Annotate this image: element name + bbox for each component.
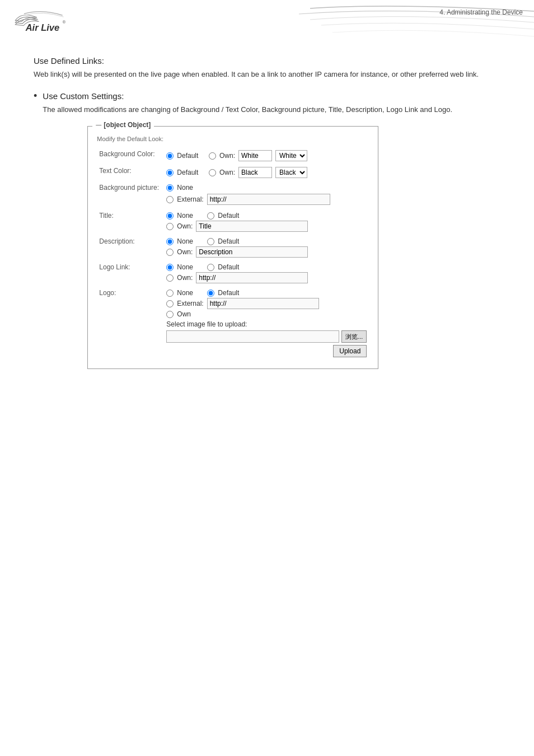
custom-settings-box: [object Object] Modify the Default Look:…	[87, 126, 378, 369]
bg-color-default-radio[interactable]	[166, 152, 174, 160]
bg-color-controls: Default Own: White Black Gray	[164, 148, 369, 165]
text-color-controls: Default Own: Black White Gray	[164, 165, 369, 181]
title-controls: None Default Own:	[164, 209, 369, 235]
bg-color-radio-row: Default Own: White Black Gray	[166, 150, 367, 161]
title-row: Title: None Default Ow	[97, 209, 369, 235]
logo-link-none-label: None	[177, 263, 193, 271]
logo-default-label: Default	[218, 289, 239, 297]
logo-row: Logo: None Default Ext	[97, 287, 369, 360]
desc-own-label: Own:	[177, 248, 193, 256]
text-color-dropdown[interactable]: Black White Gray	[275, 167, 307, 178]
svg-text:®: ®	[63, 20, 66, 25]
desc-none-label: None	[177, 237, 193, 245]
use-defined-links-title: Use Defined Links:	[34, 56, 500, 66]
logo-none-label: None	[177, 289, 193, 297]
bg-picture-external-radio[interactable]	[166, 196, 174, 203]
desc-none-radio[interactable]	[166, 238, 174, 245]
title-default-radio[interactable]	[207, 212, 214, 220]
logo-link-own-input[interactable]	[196, 272, 308, 283]
bg-picture-external-row: External:	[166, 193, 367, 206]
logo-own-radio[interactable]	[166, 311, 174, 318]
svg-text:Air Live: Air Live	[25, 22, 60, 32]
use-custom-settings-desc: The allowed modifications are changing o…	[43, 104, 500, 115]
file-path-input[interactable]	[166, 330, 339, 343]
desc-default-label: Default	[218, 237, 239, 245]
text-color-default-radio[interactable]	[166, 169, 174, 176]
bg-color-own-label: Own:	[219, 152, 235, 160]
text-color-own-radio[interactable]	[209, 169, 216, 176]
use-custom-settings-section: • Use Custom Settings: The allowed modif…	[34, 91, 500, 370]
logo-external-radio[interactable]	[166, 300, 174, 307]
breadcrumb: 4. Administrating the Device	[439, 8, 523, 16]
title-own-input[interactable]	[196, 221, 308, 232]
logo-own-row: Own	[166, 310, 367, 318]
logo-default-radio[interactable]	[207, 290, 214, 297]
upload-button[interactable]: Upload	[333, 345, 367, 357]
desc-own-radio[interactable]	[166, 249, 174, 256]
logo-external-label: External:	[177, 300, 203, 307]
header-decoration	[198, 0, 534, 45]
title-none-default-row: None Default	[166, 212, 367, 220]
text-color-own-input[interactable]	[238, 167, 272, 178]
browse-button[interactable]: 浏览...	[341, 330, 367, 343]
bg-color-own-radio[interactable]	[209, 152, 216, 160]
logo-link-label: Logo Link:	[97, 261, 164, 287]
bg-picture-none-row: None	[166, 184, 367, 192]
logo-link-row: Logo Link: None Default	[97, 261, 369, 287]
bg-color-dropdown[interactable]: White Black Gray	[275, 150, 307, 161]
bg-picture-external-input[interactable]	[207, 194, 330, 205]
title-none-radio[interactable]	[166, 212, 174, 220]
logo-external-input[interactable]	[207, 298, 319, 309]
bg-picture-none-label: None	[177, 184, 193, 192]
use-defined-links-desc: Web link(s) will be presented on the liv…	[34, 69, 500, 80]
logo-link-own-label: Own:	[177, 274, 193, 282]
logo: Air Live ®	[11, 6, 73, 38]
modify-label: Modify the Default Look:	[97, 136, 369, 142]
main-content: Use Defined Links: Web link(s) will be p…	[0, 45, 534, 397]
text-color-own-label: Own:	[219, 169, 235, 176]
desc-own-input[interactable]	[196, 246, 308, 258]
title-own-radio[interactable]	[166, 223, 174, 230]
logo-link-default-label: Default	[218, 263, 239, 271]
desc-none-default-row: None Default	[166, 237, 367, 245]
logo-controls: None Default External:	[164, 287, 369, 360]
bg-color-own-input[interactable]	[238, 150, 272, 161]
desc-default-radio[interactable]	[207, 238, 214, 245]
text-color-default-label: Default	[177, 169, 198, 176]
airlive-logo-svg: Air Live ®	[11, 6, 73, 36]
bg-picture-controls: None External:	[164, 181, 369, 209]
bg-picture-none-radio[interactable]	[166, 184, 174, 192]
page-header: Air Live ® 4. Administrating the Device	[0, 0, 534, 45]
text-color-label: Text Color:	[97, 165, 164, 181]
description-row: Description: None Default	[97, 235, 369, 261]
logo-link-own-row: Own:	[166, 272, 367, 283]
logo-link-none-default-row: None Default	[166, 263, 367, 271]
logo-external-row: External:	[166, 298, 367, 309]
bg-picture-label: Background picture:	[97, 181, 164, 209]
logo-link-own-radio[interactable]	[166, 274, 174, 282]
desc-own-row: Own:	[166, 246, 367, 258]
background-color-row: Background Color: Default Own: Whit	[97, 148, 369, 165]
upload-section: Select image file to upload: 浏览... Uploa…	[166, 320, 367, 357]
title-label: Title:	[97, 209, 164, 235]
logo-link-default-radio[interactable]	[207, 264, 214, 271]
logo-link-controls: None Default Own:	[164, 261, 369, 287]
logo-none-default-row: None Default	[166, 289, 367, 297]
description-label: Description:	[97, 235, 164, 261]
text-color-row: Text Color: Default Own: Black	[97, 165, 369, 181]
settings-table: Background Color: Default Own: Whit	[97, 148, 369, 360]
custom-settings-title: [object Object]	[92, 121, 154, 129]
upload-label: Select image file to upload:	[166, 320, 367, 328]
title-own-label: Own:	[177, 222, 193, 230]
title-none-label: None	[177, 212, 193, 220]
logo-none-radio[interactable]	[166, 290, 174, 297]
logo-label: Logo:	[97, 287, 164, 360]
bg-picture-external-label: External:	[177, 195, 203, 203]
logo-own-label: Own	[177, 310, 191, 318]
logo-link-none-radio[interactable]	[166, 264, 174, 271]
text-color-radio-row: Default Own: Black White Gray	[166, 167, 367, 178]
bg-picture-row: Background picture: None External:	[97, 181, 369, 209]
bg-color-default-label: Default	[177, 152, 198, 160]
custom-settings-content: Use Custom Settings: The allowed modific…	[43, 91, 500, 370]
description-controls: None Default Own:	[164, 235, 369, 261]
